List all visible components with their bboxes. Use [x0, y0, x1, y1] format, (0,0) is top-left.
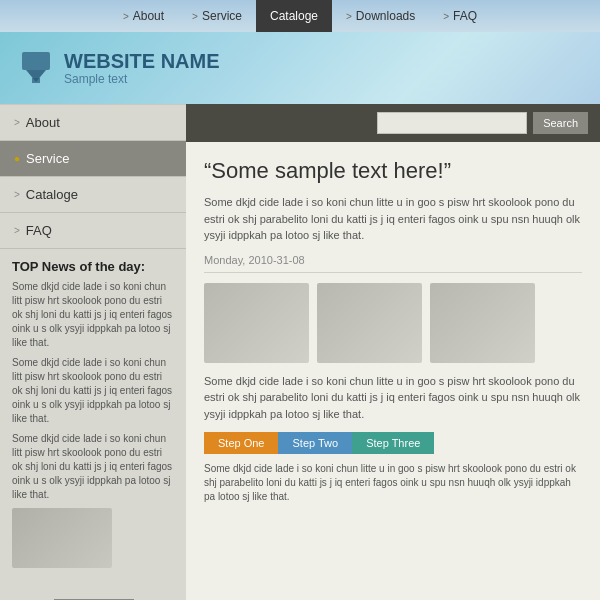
search-bar: Search [186, 104, 600, 142]
sidebar-arrow-cataloge: > [14, 189, 20, 200]
sidebar-news: TOP News of the day: Some dkjd cide lade… [0, 249, 186, 600]
nav-cataloge[interactable]: Cataloge [256, 0, 332, 32]
site-header: WEBSITE NAME Sample text [0, 32, 600, 104]
news-item-3: Some dkjd cide lade i so koni chun litt … [12, 432, 174, 502]
article-image-1 [204, 283, 309, 363]
article-image-3 [430, 283, 535, 363]
logo-text: WEBSITE NAME Sample text [64, 50, 220, 86]
main-layout: > About ● Service > Cataloge > FAQ TOP N… [0, 104, 600, 600]
article-image-2 [317, 283, 422, 363]
nav-faq[interactable]: > FAQ [429, 0, 491, 32]
article-heading: “Some sample text here!” [204, 158, 582, 184]
content-area: Search “Some sample text here!” Some dkj… [186, 104, 600, 600]
content-lower: Step One Step Two Step Three Some dkjd c… [204, 432, 582, 504]
article-date: Monday, 2010-31-08 [204, 254, 582, 273]
search-input[interactable] [377, 112, 527, 134]
nav-downloads[interactable]: > Downloads [332, 0, 429, 32]
step-one-button[interactable]: Step One [204, 432, 278, 454]
nav-arrow-faq: > [443, 11, 449, 22]
site-title: WEBSITE NAME [64, 50, 220, 72]
sidebar: > About ● Service > Cataloge > FAQ TOP N… [0, 104, 186, 600]
nav-service[interactable]: > Service [178, 0, 256, 32]
steps-buttons: Step One Step Two Step Three [204, 432, 582, 454]
sidebar-item-faq[interactable]: > FAQ [0, 213, 186, 249]
site-subtitle: Sample text [64, 72, 220, 86]
nav-arrow-about: > [123, 11, 129, 22]
sidebar-item-cataloge[interactable]: > Cataloge [0, 177, 186, 213]
sidebar-arrow-faq: > [14, 225, 20, 236]
sidebar-bullet-service: ● [14, 153, 20, 164]
steps-description: Some dkjd cide lade i so koni chun litte… [204, 462, 582, 504]
sidebar-nav: > About ● Service > Cataloge > FAQ [0, 104, 186, 249]
sidebar-arrow-about: > [14, 117, 20, 128]
search-button[interactable]: Search [533, 112, 588, 134]
sidebar-item-about[interactable]: > About [0, 104, 186, 141]
top-navigation: > About > Service Cataloge > Downloads >… [0, 0, 600, 32]
step-two-button[interactable]: Step Two [278, 432, 352, 454]
step-three-button[interactable]: Step Three [352, 432, 434, 454]
nav-arrow-service: > [192, 11, 198, 22]
svg-rect-2 [32, 78, 40, 83]
svg-rect-0 [22, 52, 50, 70]
article: “Some sample text here!” Some dkjd cide … [186, 142, 600, 600]
nav-arrow-downloads: > [346, 11, 352, 22]
nav-about[interactable]: > About [109, 0, 178, 32]
steps-column: Step One Step Two Step Three Some dkjd c… [204, 432, 582, 504]
news-title: TOP News of the day: [12, 259, 174, 274]
news-item-1: Some dkjd cide lade i so koni chun litt … [12, 280, 174, 350]
sidebar-thumbnail [12, 508, 112, 568]
article-intro: Some dkjd cide lade i so koni chun litte… [204, 194, 582, 244]
sidebar-item-service[interactable]: ● Service [0, 141, 186, 177]
article-images [204, 283, 582, 363]
article-body: Some dkjd cide lade i so koni chun litte… [204, 373, 582, 423]
logo-icon [16, 48, 56, 88]
news-item-2: Some dkjd cide lade i so koni chun litt … [12, 356, 174, 426]
